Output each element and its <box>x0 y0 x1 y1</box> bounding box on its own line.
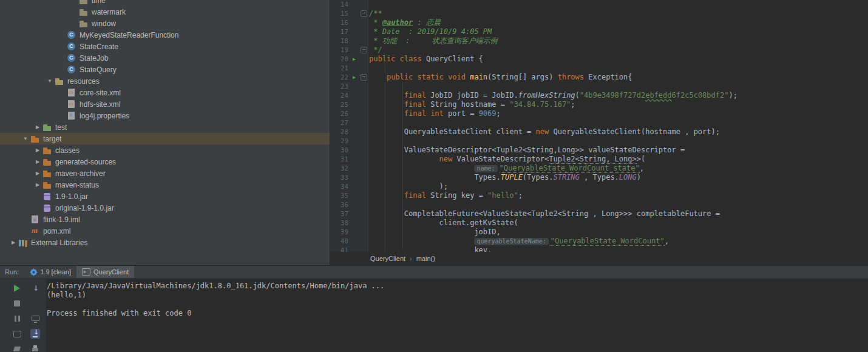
tree-item-label: maven-archiver <box>54 169 106 178</box>
run-toolbar <box>0 279 47 352</box>
code-text: final JobID jobID = JobID.fromHexString(… <box>369 91 737 100</box>
stop-icon[interactable] <box>12 299 22 308</box>
soft-wrap-icon[interactable] <box>12 329 22 339</box>
run-line-icon[interactable]: ▶ <box>353 55 356 64</box>
chevron-right-icon[interactable]: ▶ <box>33 159 42 164</box>
iml-icon <box>30 215 40 225</box>
folder-gen-icon <box>42 169 52 178</box>
code-line-22: 22▶− public static void main(String[] ar… <box>330 73 868 82</box>
folder-icon <box>79 7 89 17</box>
clear-icon[interactable] <box>12 344 22 352</box>
console-line: Process finished with exit code 0 <box>47 309 868 318</box>
tree-item-generated-sources[interactable]: ▶generated-sources <box>0 156 330 168</box>
tree-item-watermark[interactable]: watermark <box>0 6 330 18</box>
breadcrumb-method[interactable]: main() <box>416 255 435 262</box>
tree-item-label: resources <box>66 77 100 86</box>
code-text: key, <box>369 246 492 252</box>
line-number: 37 <box>330 209 350 218</box>
fold-icon[interactable]: − <box>361 10 367 17</box>
code-text: new ValueStateDescriptor<Tuple2<String, … <box>369 155 645 164</box>
code-line-35: 35 final String key = "hello"; <box>330 191 868 200</box>
code-line-15: 15−/** <box>330 9 868 18</box>
tree-item-label: pom.xml <box>42 227 70 235</box>
gutter-marks <box>350 191 369 200</box>
code-text: QueryableStateClient client = new Querya… <box>369 127 720 137</box>
tree-item-flink-1-9-iml[interactable]: flink-1.9.iml <box>0 214 330 225</box>
class-icon <box>67 65 76 75</box>
print-icon[interactable] <box>30 344 40 352</box>
chevron-right-icon[interactable]: ▶ <box>33 147 42 153</box>
chevron-down-icon[interactable]: ▼ <box>21 136 30 141</box>
folder-gen-icon <box>42 180 52 190</box>
run-tab-queryclient[interactable]: QueryClient <box>76 266 134 278</box>
line-number: 24 <box>330 91 350 100</box>
run-tab-maven-clean[interactable]: 1.9 [clean] <box>25 266 76 278</box>
tree-item-label: original-1.9-1.0.jar <box>54 204 114 212</box>
chevron-down-icon[interactable]: ▼ <box>45 78 55 84</box>
chevron-right-icon[interactable]: ▶ <box>33 124 42 130</box>
tree-item-window[interactable]: window <box>0 18 330 29</box>
code-line-38: 38 client.getKvState( <box>330 218 868 228</box>
folder-test-icon <box>42 123 52 132</box>
gutter-marks <box>350 164 369 173</box>
code-editor[interactable]: 1415−/**16 * @author : 恋晨17 * Date : 201… <box>330 0 868 252</box>
folder-excluded-icon <box>30 134 40 144</box>
code-line-19: 19− */ <box>330 46 868 55</box>
parameter-hint: queryableStateName: <box>474 238 548 245</box>
tree-item-maven-archiver[interactable]: ▶maven-archiver <box>0 168 330 179</box>
line-number: 20 <box>330 55 350 64</box>
scroll-to-end-icon[interactable] <box>30 329 40 339</box>
tree-item-maven-status[interactable]: ▶maven-status <box>0 179 330 191</box>
tree-item-1-9-1-0-jar[interactable]: 1.9-1.0.jar <box>0 191 330 202</box>
tree-item-label: log4j.properties <box>78 112 129 120</box>
tree-item-statequery[interactable]: StateQuery <box>0 64 330 75</box>
code-line-34: 34 ); <box>330 182 868 191</box>
tree-item-statejob[interactable]: StateJob <box>0 52 330 64</box>
line-number: 34 <box>330 182 350 191</box>
tree-item-external-libraries[interactable]: ▶External Libraries <box>0 237 330 248</box>
gutter-marks <box>350 228 369 237</box>
chevron-right-icon[interactable]: ▶ <box>33 171 42 176</box>
tree-item-target[interactable]: ▼target <box>0 133 330 144</box>
line-number: 16 <box>330 18 350 27</box>
console-icon <box>82 268 90 276</box>
breadcrumb-class[interactable]: QueryClient <box>370 255 405 262</box>
pause-output-icon[interactable] <box>12 314 22 323</box>
code-text: */ <box>369 46 382 55</box>
line-number: 26 <box>330 109 350 118</box>
tree-item-pom-xml[interactable]: pom.xml <box>0 225 330 237</box>
monitor-icon[interactable] <box>30 314 40 323</box>
line-number: 14 <box>330 0 350 9</box>
tree-item-hdfs-site-xml[interactable]: hdfs-site.xml <box>0 98 330 110</box>
tree-item-label: maven-status <box>54 181 99 189</box>
tree-item-log4j-properties[interactable]: log4j.properties <box>0 110 330 121</box>
tree-item-label: watermark <box>90 8 126 16</box>
tree-item-statecreate[interactable]: StateCreate <box>0 41 330 52</box>
tree-item-time[interactable]: time <box>0 0 330 6</box>
code-line-37: 37 CompletableFuture<ValueState<Tuple2<S… <box>330 209 868 218</box>
code-text: public class QueryClient { <box>369 55 483 64</box>
rerun-icon[interactable] <box>12 283 22 293</box>
folder-gen-icon <box>42 157 52 167</box>
gutter-marks <box>350 118 369 127</box>
tree-item-resources[interactable]: ▼resources <box>0 75 330 87</box>
code-text: final String hostname = "34.84.75.167"; <box>369 100 575 109</box>
code-line-18: 18 * 功能 : 状态查询客户端示例 <box>330 36 868 46</box>
tree-item-mykeyedstatereaderfunction[interactable]: MyKeyedStateReaderFunction <box>0 29 330 41</box>
code-text: Types.TUPLE(Types.STRING , Types.LONG) <box>369 173 641 182</box>
down-stack-icon[interactable] <box>30 283 40 293</box>
tree-item-original-1-9-1-0-jar[interactable]: original-1.9-1.0.jar <box>0 202 330 214</box>
code-line-32: 32 name:"QueryableState_WordCount_state"… <box>330 164 868 173</box>
gutter-marks <box>350 91 369 100</box>
code-line-29: 29 <box>330 137 868 146</box>
tree-item-core-site-xml[interactable]: core-site.xml <box>0 87 330 98</box>
chevron-right-icon[interactable]: ▶ <box>8 240 18 245</box>
tree-item-classes[interactable]: ▶classes <box>0 144 330 156</box>
line-number: 36 <box>330 200 350 209</box>
run-panel-label: Run: <box>5 268 19 276</box>
run-line-icon[interactable]: ▶ <box>353 73 356 82</box>
fold-icon[interactable]: − <box>361 47 367 53</box>
tree-item-test[interactable]: ▶test <box>0 121 330 133</box>
chevron-right-icon[interactable]: ▶ <box>33 182 42 188</box>
fold-icon[interactable]: − <box>361 74 367 81</box>
